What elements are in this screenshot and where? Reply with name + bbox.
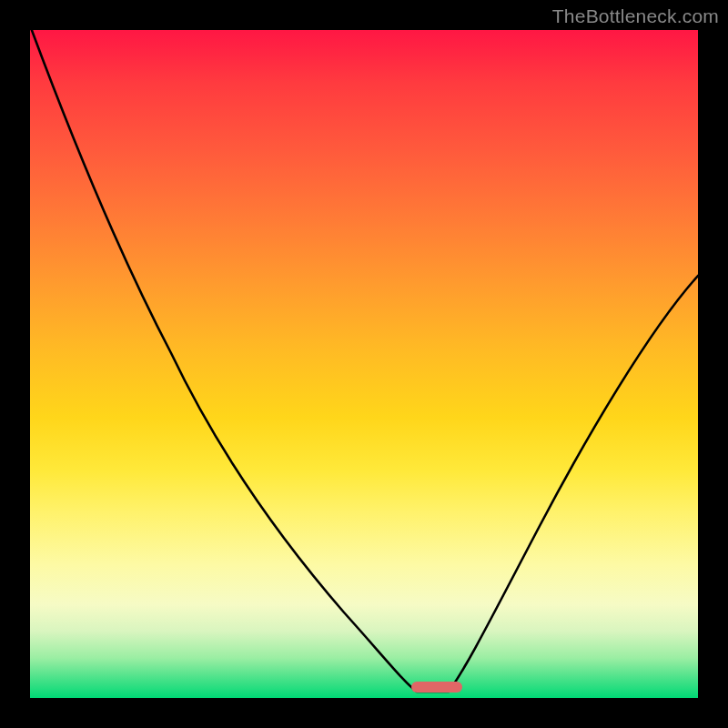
bottleneck-curve xyxy=(30,30,698,698)
plot-area xyxy=(30,30,698,698)
watermark-text: TheBottleneck.com xyxy=(552,5,719,27)
bottleneck-curve-path xyxy=(30,30,698,692)
optimal-marker xyxy=(411,682,462,693)
frame: TheBottleneck.com xyxy=(0,0,728,728)
